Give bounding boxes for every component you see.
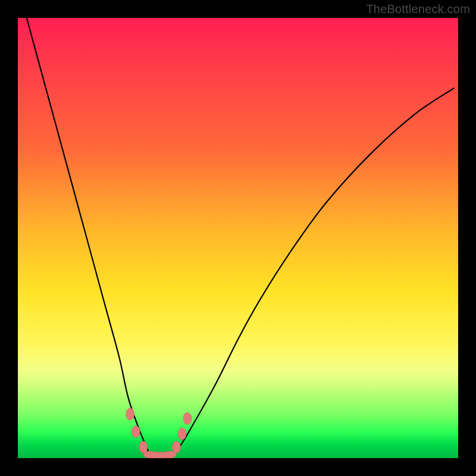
valley-markers xyxy=(126,408,192,458)
chart-overlay-svg xyxy=(18,18,458,458)
valley-marker xyxy=(139,441,148,453)
bottleneck-curve xyxy=(27,18,454,456)
valley-marker xyxy=(178,428,186,440)
valley-marker xyxy=(126,408,134,420)
watermark-text: TheBottleneck.com xyxy=(366,2,470,16)
chart-plot-area xyxy=(18,18,458,458)
valley-marker xyxy=(172,441,180,453)
valley-marker xyxy=(131,426,140,438)
valley-marker xyxy=(183,412,192,424)
chart-frame: TheBottleneck.com xyxy=(0,0,476,476)
